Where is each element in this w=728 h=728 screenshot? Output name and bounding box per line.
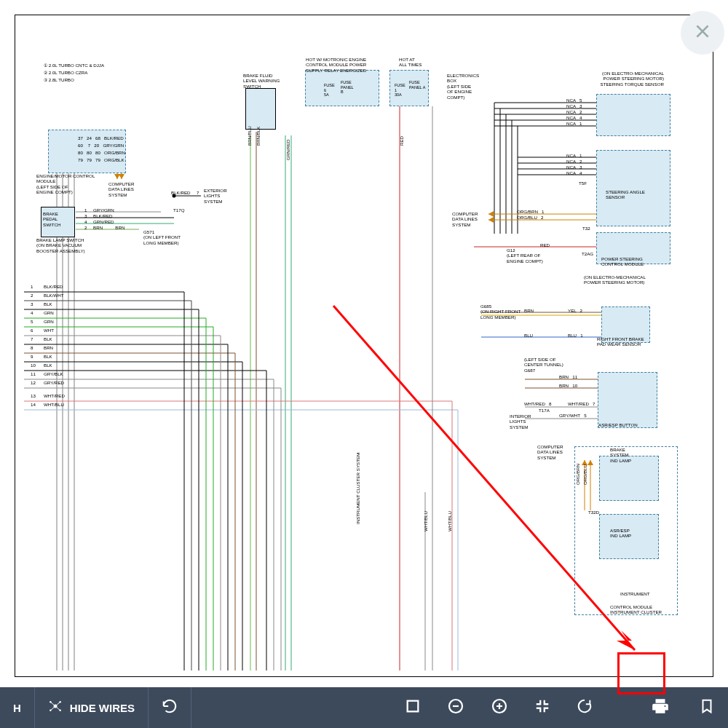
square-icon — [405, 698, 421, 717]
zoom-out-button[interactable] — [434, 687, 478, 728]
svg-marker-68 — [488, 211, 494, 217]
fullscreen-button[interactable] — [521, 687, 563, 728]
close-button[interactable] — [681, 11, 724, 55]
print-button[interactable] — [635, 687, 686, 728]
svg-point-87 — [664, 705, 665, 707]
bookmark-button[interactable] — [686, 687, 728, 728]
refresh-icon — [162, 698, 178, 717]
zoom-out-icon — [447, 697, 464, 718]
bookmark-icon — [699, 698, 715, 717]
collapse-icon — [534, 698, 550, 717]
wiring-diagram[interactable] — [15, 15, 713, 677]
rotate-button[interactable] — [563, 687, 606, 728]
rotate-icon — [577, 698, 593, 717]
zoom-in-icon — [491, 697, 508, 718]
svg-marker-69 — [488, 217, 494, 223]
svg-marker-7 — [119, 174, 124, 179]
svg-point-13 — [173, 194, 176, 198]
svg-rect-84 — [408, 701, 419, 712]
zoom-in-button[interactable] — [478, 687, 521, 728]
fit-button[interactable] — [392, 687, 434, 728]
toolbar: H HIDE WIRES — [0, 687, 728, 728]
mode-button[interactable]: H — [0, 687, 35, 728]
close-icon — [693, 22, 712, 44]
refresh-button[interactable] — [149, 687, 191, 728]
hide-wires-button[interactable]: HIDE WIRES — [35, 687, 149, 728]
wires-icon — [48, 699, 63, 716]
print-icon — [651, 697, 670, 719]
